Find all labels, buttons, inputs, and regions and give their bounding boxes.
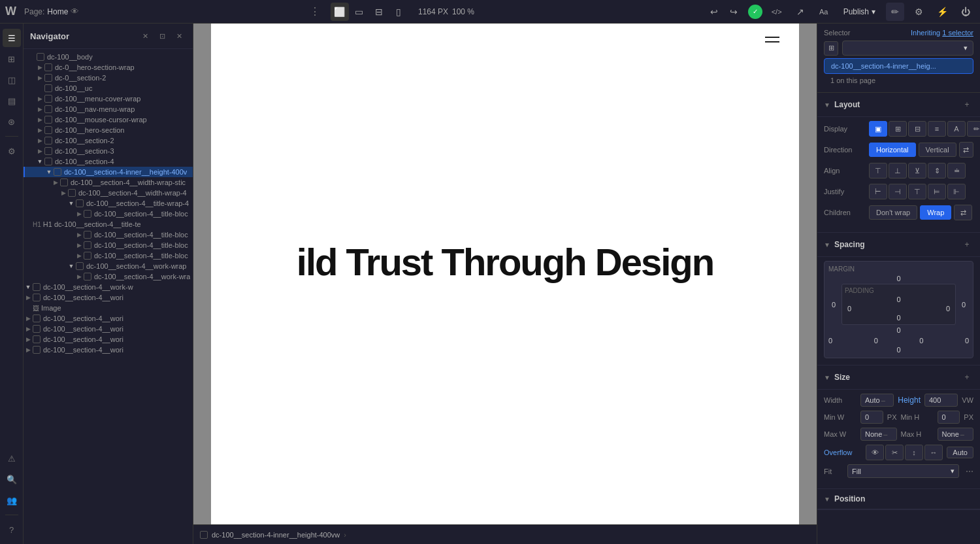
overflow-scroll-btn[interactable]: ↕ bbox=[905, 445, 923, 460]
tree-checkbox[interactable] bbox=[33, 325, 41, 333]
mobile-icon[interactable]: ▯ bbox=[389, 3, 408, 21]
spacing-expand[interactable]: + bbox=[960, 238, 973, 251]
plug-icon[interactable]: ⏻ bbox=[956, 3, 975, 21]
aa-icon[interactable]: Aa bbox=[815, 3, 833, 21]
tree-item[interactable]: ▶dc-100__section-4__wori bbox=[24, 324, 193, 334]
layout-expand[interactable]: + bbox=[960, 98, 973, 111]
overflow-eye-btn[interactable]: 👁 bbox=[866, 445, 884, 460]
justify-center-btn[interactable]: ⊣ bbox=[889, 184, 907, 199]
tree-item[interactable]: ▶dc-100__section-4__wori bbox=[24, 292, 193, 303]
tree-checkbox[interactable] bbox=[33, 314, 41, 322]
size-section-header[interactable]: ▼ Size + bbox=[817, 366, 980, 390]
tree-arrow[interactable]: ▶ bbox=[24, 336, 33, 343]
tree-item[interactable]: ▶dc-100__section-4__title-bloc bbox=[24, 240, 193, 250]
spacing-center-0[interactable]: 0 bbox=[896, 346, 900, 354]
tree-item[interactable]: ▶dc-100__section-4__width-wrap-4 bbox=[24, 188, 193, 198]
padding-bottom-value[interactable]: 0 bbox=[896, 314, 900, 322]
tree-arrow[interactable]: ▶ bbox=[24, 294, 33, 301]
tree-checkbox[interactable] bbox=[44, 158, 52, 165]
assets-icon[interactable]: ▤ bbox=[3, 92, 21, 110]
align-baseline-btn[interactable]: ≐ bbox=[947, 163, 966, 178]
justify-between-btn[interactable]: ⊨ bbox=[928, 184, 946, 199]
overflow-hidden-btn[interactable]: ✂ bbox=[885, 445, 904, 460]
fit-select[interactable]: Fill ▾ bbox=[847, 464, 959, 478]
tree-checkbox[interactable] bbox=[68, 189, 76, 197]
min-w-input[interactable]: 0 bbox=[860, 411, 883, 424]
justify-end-btn[interactable]: ⊤ bbox=[908, 184, 926, 199]
tree-arrow[interactable]: ▼ bbox=[67, 263, 76, 269]
overflow-auto-value[interactable]: Auto bbox=[947, 447, 973, 458]
children-wrap-btn[interactable]: Wrap bbox=[920, 205, 951, 220]
tree-checkbox[interactable] bbox=[33, 294, 41, 301]
justify-start-btn[interactable]: ⊢ bbox=[869, 184, 887, 199]
tree-checkbox[interactable] bbox=[44, 105, 52, 113]
justify-around-btn[interactable]: ⊩ bbox=[947, 184, 966, 199]
tree-arrow[interactable]: ▶ bbox=[35, 116, 44, 123]
overflow-x-btn[interactable]: ↔ bbox=[924, 445, 943, 460]
display-text-btn[interactable]: A bbox=[947, 121, 966, 137]
tablet-landscape-icon[interactable]: ▭ bbox=[350, 3, 368, 21]
tree-checkbox[interactable] bbox=[84, 252, 91, 260]
align-stretch-btn[interactable]: ⇕ bbox=[928, 163, 946, 178]
tree-item[interactable]: ▼dc-100__section-4__work-wrap bbox=[24, 261, 193, 271]
tree-item[interactable]: ▼dc-100__section-4 bbox=[24, 156, 193, 167]
children-nowrap-btn[interactable]: Don't wrap bbox=[869, 205, 917, 220]
tree-checkbox[interactable] bbox=[84, 231, 91, 239]
tree-arrow[interactable]: ▶ bbox=[35, 75, 44, 81]
tree-checkbox[interactable] bbox=[44, 74, 52, 82]
tree-item[interactable]: H1H1 dc-100__section-4__title-te bbox=[24, 219, 193, 230]
navigator-icon[interactable]: ☰ bbox=[3, 29, 21, 47]
tree-item[interactable]: ▶dc-100__section-4__work-wra bbox=[24, 271, 193, 282]
settings-icon[interactable]: ⚙ bbox=[3, 142, 21, 160]
tree-arrow[interactable]: ▼ bbox=[35, 158, 44, 165]
tree-checkbox[interactable] bbox=[33, 335, 41, 343]
direction-horizontal-btn[interactable]: Horizontal bbox=[869, 143, 916, 157]
children-extra-btn[interactable]: ⇄ bbox=[954, 205, 972, 220]
margin-right-value[interactable]: 0 bbox=[958, 301, 969, 309]
tree-arrow[interactable]: ▶ bbox=[74, 273, 84, 280]
tree-checkbox[interactable] bbox=[84, 273, 91, 280]
tree-arrow[interactable]: ▶ bbox=[35, 95, 44, 102]
tree-arrow[interactable]: ▶ bbox=[74, 231, 84, 238]
help-icon[interactable]: ? bbox=[3, 520, 21, 539]
tree-checkbox[interactable] bbox=[54, 168, 61, 176]
tree-checkbox[interactable] bbox=[33, 283, 41, 291]
selector-dropdown[interactable]: ▾ bbox=[842, 41, 973, 56]
align-bottom-btn[interactable]: ⊻ bbox=[908, 163, 926, 178]
eye-icon[interactable]: 👁 bbox=[71, 7, 79, 16]
tree-checkbox[interactable] bbox=[33, 346, 41, 354]
publish-button[interactable]: Publish ▾ bbox=[838, 5, 881, 19]
layout-section-header[interactable]: ▼ Layout + bbox=[817, 93, 980, 117]
tree-item[interactable]: ▶dc-100__section-4__wori bbox=[24, 313, 193, 324]
undo-button[interactable]: ↩ bbox=[705, 3, 723, 21]
lightning-icon[interactable]: ⚡ bbox=[933, 3, 951, 21]
align-middle-btn[interactable]: ⊥ bbox=[889, 163, 907, 178]
tree-item[interactable]: ▶dc-0__section-2 bbox=[24, 73, 193, 83]
pen-icon[interactable]: ✏ bbox=[886, 3, 904, 21]
tree-checkbox[interactable] bbox=[76, 262, 84, 270]
dots-icon[interactable]: ⋮ bbox=[310, 5, 320, 18]
navigator-close-icon[interactable]: ✕ bbox=[138, 29, 152, 43]
components-icon[interactable]: ◫ bbox=[3, 71, 21, 89]
spacing-extra-0[interactable]: 0 bbox=[828, 337, 832, 345]
align-top-btn[interactable]: ⊤ bbox=[869, 163, 887, 178]
tree-arrow[interactable]: ▶ bbox=[74, 252, 84, 259]
tree-item[interactable]: ▶dc-100__mouse-cursor-wrap bbox=[24, 114, 193, 125]
tree-item[interactable]: ▶dc-100__section-4__wori bbox=[24, 345, 193, 355]
desktop-icon[interactable]: ⬜ bbox=[331, 3, 349, 21]
inheriting-link[interactable]: Inheriting 1 selector bbox=[911, 29, 973, 37]
spacing-extra-1[interactable]: 0 bbox=[874, 337, 878, 345]
tree-arrow[interactable]: ▼ bbox=[24, 284, 33, 290]
tree-arrow[interactable]: ▶ bbox=[51, 179, 60, 186]
tree-checkbox[interactable] bbox=[44, 147, 52, 155]
direction-extra-btn[interactable]: ⇄ bbox=[959, 142, 973, 158]
tree-item[interactable]: ▶dc-100__section-2 bbox=[24, 135, 193, 146]
tree-arrow[interactable]: ▼ bbox=[67, 200, 76, 207]
tree-arrow[interactable]: ▶ bbox=[35, 148, 44, 154]
share-icon[interactable]: ↗ bbox=[791, 3, 809, 21]
tree-item[interactable]: ▶dc-0__hero-section-wrap bbox=[24, 62, 193, 73]
display-block-btn[interactable]: ▣ bbox=[869, 121, 887, 137]
tree-arrow[interactable]: ▶ bbox=[24, 326, 33, 332]
tree-checkbox[interactable] bbox=[60, 178, 68, 186]
tree-item[interactable]: ▼dc-100__section-4__title-wrap-4 bbox=[24, 198, 193, 209]
